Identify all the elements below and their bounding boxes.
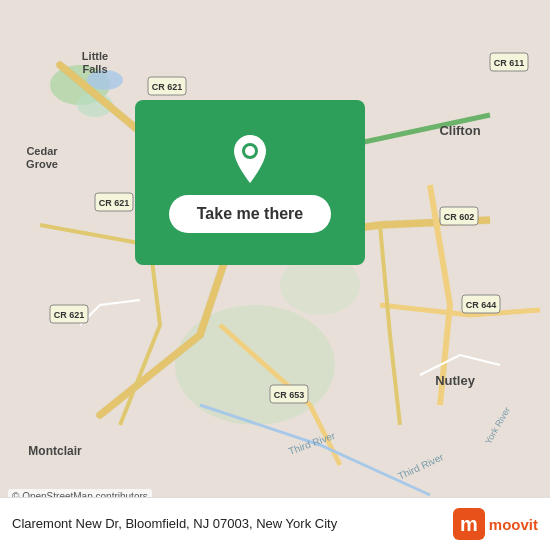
- svg-text:CR 644: CR 644: [466, 300, 497, 310]
- svg-text:CR 611: CR 611: [494, 58, 525, 68]
- take-me-there-button[interactable]: Take me there: [169, 195, 331, 233]
- svg-text:Falls: Falls: [82, 63, 107, 75]
- svg-text:CR 653: CR 653: [274, 390, 305, 400]
- svg-text:CR 621: CR 621: [99, 198, 130, 208]
- location-pin-icon: [228, 133, 272, 185]
- moovit-logo: m moovit: [453, 508, 538, 540]
- svg-text:Grove: Grove: [26, 158, 58, 170]
- moovit-icon: m: [453, 508, 485, 540]
- svg-text:CR 621: CR 621: [152, 82, 183, 92]
- svg-text:CR 621: CR 621: [54, 310, 85, 320]
- map-container: CR 621 CR 621 CR 621 NJ 3 CR 611 CR 602 …: [0, 0, 550, 550]
- svg-text:Clifton: Clifton: [439, 123, 480, 138]
- svg-text:CR 602: CR 602: [444, 212, 475, 222]
- svg-text:Cedar: Cedar: [26, 145, 58, 157]
- svg-text:Little: Little: [82, 50, 108, 62]
- svg-text:Montclair: Montclair: [28, 444, 82, 458]
- svg-text:m: m: [460, 513, 478, 535]
- svg-point-33: [245, 146, 255, 156]
- address-text: Claremont New Dr, Bloomfield, NJ 07003, …: [12, 516, 441, 533]
- bottom-bar: Claremont New Dr, Bloomfield, NJ 07003, …: [0, 497, 550, 550]
- moovit-brand-name: moovit: [489, 516, 538, 533]
- svg-text:Nutley: Nutley: [435, 373, 476, 388]
- map-roads: CR 621 CR 621 CR 621 NJ 3 CR 611 CR 602 …: [0, 0, 550, 550]
- navigation-card: Take me there: [135, 100, 365, 265]
